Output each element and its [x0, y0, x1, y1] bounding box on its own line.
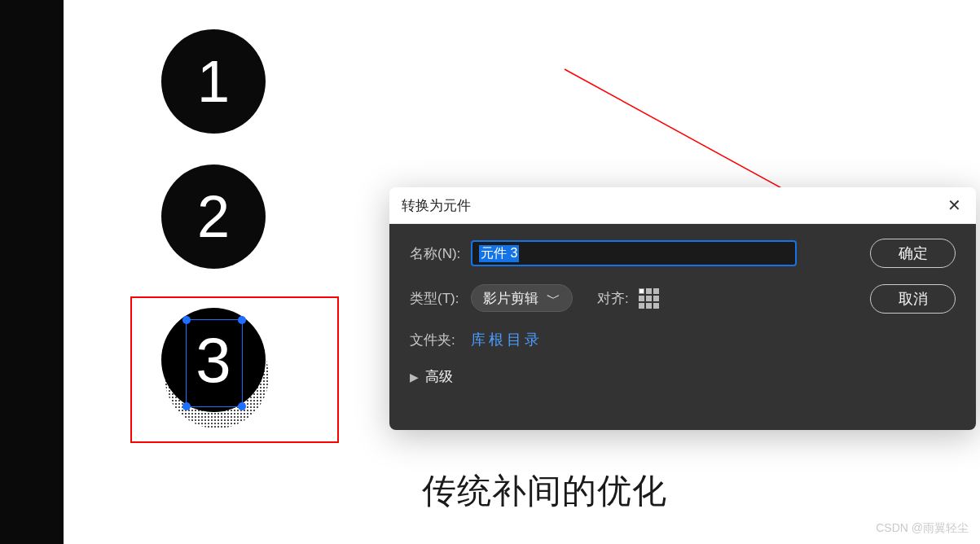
circle-shape-1[interactable]: 1 — [161, 29, 266, 134]
reg-point-bc[interactable] — [646, 303, 652, 309]
close-icon[interactable]: ✕ — [944, 195, 964, 215]
transform-handle-top-right[interactable] — [238, 316, 246, 324]
type-dropdown[interactable]: 影片剪辑 ﹀ — [471, 284, 573, 312]
type-label: 类型(T): — [410, 289, 471, 308]
dialog-header[interactable]: 转换为元件 ✕ — [389, 187, 976, 224]
cancel-button[interactable]: 取消 — [870, 284, 956, 314]
align-label: 对齐: — [597, 289, 629, 308]
dialog-buttons: 确定 取消 — [870, 239, 956, 314]
ok-button[interactable]: 确定 — [870, 239, 956, 268]
advanced-label: 高级 — [425, 367, 453, 386]
folder-label: 文件夹: — [410, 331, 471, 349]
reg-point-tr[interactable] — [653, 288, 659, 294]
transform-handle-bottom-left[interactable] — [182, 402, 191, 410]
reg-point-bl[interactable] — [639, 303, 644, 309]
folder-row: 文件夹: 库根目录 — [410, 330, 956, 349]
name-input[interactable]: 元件 3 — [471, 240, 797, 266]
name-label: 名称(N): — [410, 244, 471, 263]
type-value: 影片剪辑 — [483, 289, 538, 308]
chevron-right-icon: ▶ — [410, 371, 419, 384]
caption-text: 传统补间的优化 — [422, 468, 667, 514]
circle-1-label: 1 — [197, 48, 230, 115]
reg-point-br[interactable] — [653, 303, 659, 309]
dialog-body: 名称(N): 元件 3 类型(T): 影片剪辑 ﹀ 对齐: — [389, 224, 976, 430]
transform-handle-top-left[interactable] — [182, 316, 191, 324]
reg-point-ml[interactable] — [639, 296, 644, 301]
transform-bounding-box[interactable] — [186, 319, 243, 407]
reg-point-mc[interactable] — [646, 296, 652, 301]
reg-point-tc[interactable] — [646, 288, 652, 294]
dark-sidebar — [0, 0, 64, 544]
reg-point-tl[interactable] — [639, 288, 644, 294]
canvas: 1 2 3 转换为元件 ✕ 名称(N): — [64, 0, 980, 544]
convert-to-symbol-dialog: 转换为元件 ✕ 名称(N): 元件 3 类型(T): 影片剪辑 ﹀ 对齐: — [389, 187, 976, 430]
watermark: CSDN @雨翼轻尘 — [876, 521, 969, 536]
chevron-down-icon: ﹀ — [547, 289, 560, 308]
circle-shape-2[interactable]: 2 — [161, 165, 266, 269]
registration-grid[interactable] — [639, 288, 659, 309]
transform-handle-bottom-right[interactable] — [238, 402, 246, 410]
name-input-value: 元件 3 — [479, 245, 519, 262]
dialog-title: 转换为元件 — [402, 196, 471, 215]
folder-link[interactable]: 库根目录 — [471, 330, 543, 349]
reg-point-mr[interactable] — [653, 296, 659, 301]
advanced-toggle[interactable]: ▶ 高级 — [410, 367, 956, 386]
circle-2-label: 2 — [197, 183, 230, 250]
